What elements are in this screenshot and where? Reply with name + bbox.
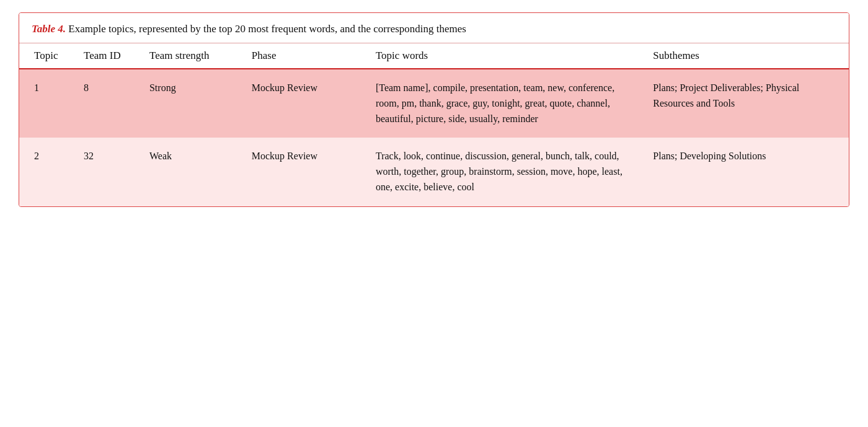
cell-strength: Strong — [141, 69, 243, 138]
main-table: Topic Team ID Team strength Phase Topic … — [19, 43, 849, 206]
col-header-strength: Team strength — [141, 43, 243, 69]
col-header-subthemes: Subthemes — [644, 43, 849, 69]
col-header-words: Topic words — [367, 43, 644, 69]
table-row: 232WeakMockup ReviewTrack, look, continu… — [19, 138, 849, 206]
col-header-teamid: Team ID — [75, 43, 141, 69]
table-container: Table 4. Example topics, represented by … — [19, 12, 849, 207]
cell-phase: Mockup Review — [243, 138, 367, 206]
cell-subthemes: Plans; Developing Solutions — [644, 138, 849, 206]
cell-topic: 1 — [19, 69, 75, 138]
caption-text: Example topics, represented by the top 2… — [66, 23, 466, 35]
cell-phase: Mockup Review — [243, 69, 367, 138]
cell-subthemes: Plans; Project Deliverables; Physical Re… — [644, 69, 849, 138]
cell-strength: Weak — [141, 138, 243, 206]
caption-label: Table 4. — [32, 23, 66, 35]
cell-words: Track, look, continue, discussion, gener… — [367, 138, 644, 206]
col-header-phase: Phase — [243, 43, 367, 69]
table-row: 18StrongMockup Review[Team name], compil… — [19, 69, 849, 138]
col-header-topic: Topic — [19, 43, 75, 69]
cell-teamid: 8 — [75, 69, 141, 138]
table-caption: Table 4. Example topics, represented by … — [19, 13, 849, 43]
cell-topic: 2 — [19, 138, 75, 206]
header-row: Topic Team ID Team strength Phase Topic … — [19, 43, 849, 69]
cell-teamid: 32 — [75, 138, 141, 206]
cell-words: [Team name], compile, presentation, team… — [367, 69, 644, 138]
